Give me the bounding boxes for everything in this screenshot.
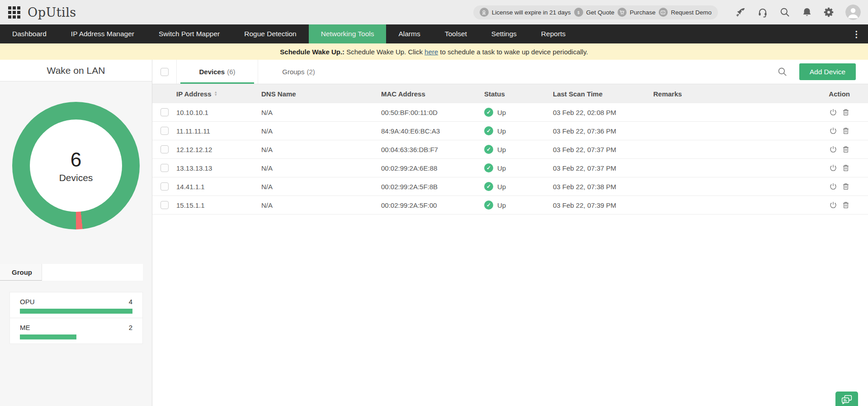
purchase-link[interactable]: Purchase — [630, 9, 656, 16]
nav-item-toolset[interactable]: Toolset — [433, 24, 479, 43]
column-header-last-scan-time: Last Scan Time — [553, 90, 653, 98]
group-bar-value: 4 — [129, 298, 132, 306]
get-quote-dollar-icon: $ — [574, 8, 583, 17]
group-bar-track — [20, 334, 132, 339]
column-header-ip-address[interactable]: IP Address ▲▼ — [176, 90, 261, 98]
device-table-row: 15.15.1.1 N/A 00:02:99:2A:5F:00 ✓Up 03 F… — [152, 196, 868, 215]
status-up-check-icon: ✓ — [484, 163, 493, 172]
row-checkbox[interactable] — [160, 145, 169, 153]
banner-here-link[interactable]: here — [425, 48, 438, 56]
wake-up-power-icon[interactable] — [829, 127, 837, 135]
cell-last-scan-time: 03 Feb 22, 02:08 PM — [553, 109, 653, 116]
donut-device-label: Devices — [59, 172, 93, 183]
group-bar-row: OPU 4 — [10, 292, 142, 318]
devices-main-panel: Devices (6) Groups (2) Add Device — [152, 60, 868, 406]
group-bar-value: 2 — [129, 324, 132, 331]
group-bar — [20, 309, 132, 314]
delete-trash-icon[interactable] — [841, 201, 850, 210]
banner-label: Schedule Wake Up.: — [280, 48, 344, 56]
cell-action — [809, 182, 868, 191]
add-device-button[interactable]: Add Device — [799, 63, 856, 80]
cell-action — [809, 164, 868, 172]
nav-item-alarms[interactable]: Alarms — [386, 24, 432, 43]
device-table-row: 12.12.12.12 N/A 00:04:63:36:DB:F7 ✓Up 03… — [152, 140, 868, 159]
page-title: Wake on LAN — [47, 65, 105, 76]
delete-trash-icon[interactable] — [841, 164, 850, 172]
group-bar-row: ME 2 — [10, 318, 142, 344]
wake-up-power-icon[interactable] — [829, 182, 837, 191]
toolbar-right: Add Device — [777, 60, 868, 84]
license-expiry-text: License will expire in 21 days — [492, 9, 571, 16]
banner-text-before: Schedule Wake Up. Click — [344, 48, 425, 56]
user-avatar[interactable] — [845, 5, 861, 20]
column-header-action: Action — [809, 90, 868, 98]
column-header-dns-name: DNS Name — [261, 90, 381, 98]
cell-mac-address: 00:02:99:2A:5F:00 — [381, 201, 484, 209]
request-demo-video-icon — [659, 8, 668, 17]
group-bar-label: OPU — [20, 298, 35, 306]
devices-toolbar: Devices (6) Groups (2) Add Device — [152, 60, 868, 84]
whats-new-rocket-icon[interactable] — [735, 6, 746, 18]
column-header-status: Status — [484, 90, 553, 98]
nav-item-ip-address-manager[interactable]: IP Address Manager — [59, 24, 146, 43]
table-search-icon[interactable] — [777, 66, 788, 78]
delete-trash-icon[interactable] — [841, 145, 850, 154]
wake-up-power-icon[interactable] — [829, 108, 837, 117]
row-checkbox[interactable] — [160, 182, 169, 191]
delete-trash-icon[interactable] — [841, 182, 850, 191]
settings-gear-icon[interactable] — [823, 6, 835, 18]
cell-mac-address: 84:9A:40:E6:BC:A3 — [381, 127, 484, 135]
nav-item-networking-tools[interactable]: Networking Tools — [309, 24, 387, 43]
app-launcher-grid-icon[interactable] — [8, 6, 20, 19]
nav-item-settings[interactable]: Settings — [479, 24, 529, 43]
cell-dns-name: N/A — [261, 183, 381, 191]
chat-bubbles-icon — [840, 393, 854, 406]
device-table-row: 14.41.1.1 N/A 00:02:99:2A:5F:8B ✓Up 03 F… — [152, 177, 868, 196]
notifications-bell-icon[interactable] — [801, 6, 813, 18]
tab-groups[interactable]: Groups (2) — [258, 60, 339, 84]
cell-action — [809, 108, 868, 117]
wake-up-power-icon[interactable] — [829, 201, 837, 210]
nav-overflow-kebab-icon[interactable]: ⋮ — [849, 24, 863, 43]
request-demo-link[interactable]: Request Demo — [671, 9, 712, 16]
oputils-app-window: OpUtils License will expire in 21 days $… — [0, 0, 868, 406]
schedule-wakeup-banner: Schedule Wake Up.: Schedule Wake Up. Cli… — [0, 43, 868, 60]
delete-trash-icon[interactable] — [841, 108, 850, 117]
purchase-cart-icon — [618, 8, 627, 17]
group-tab[interactable]: Group — [0, 264, 42, 281]
tab-devices[interactable]: Devices (6) — [176, 60, 258, 84]
cell-last-scan-time: 03 Feb 22, 07:38 PM — [553, 183, 653, 191]
cell-dns-name: N/A — [261, 146, 381, 153]
cell-dns-name: N/A — [261, 109, 381, 116]
cell-mac-address: 00:02:99:2A:6E:88 — [381, 164, 484, 172]
cell-status: ✓Up — [484, 108, 553, 117]
get-quote-link[interactable]: Get Quote — [586, 9, 614, 16]
nav-item-reports[interactable]: Reports — [529, 24, 578, 43]
device-table-row: 11.11.11.11 N/A 84:9A:40:E6:BC:A3 ✓Up 03… — [152, 122, 868, 140]
group-bar-label: ME — [20, 324, 30, 331]
group-bar-chart-card: OPU 4 ME 2 — [9, 292, 143, 344]
row-checkbox[interactable] — [160, 108, 169, 116]
device-table-row: 13.13.13.13 N/A 00:02:99:2A:6E:88 ✓Up 03… — [152, 159, 868, 177]
support-chat-widget-button[interactable] — [835, 392, 858, 406]
cell-action — [809, 145, 868, 154]
wake-up-power-icon[interactable] — [829, 164, 837, 172]
svg-text:$: $ — [577, 10, 580, 14]
group-bar-track — [20, 309, 132, 314]
delete-trash-icon[interactable] — [841, 127, 850, 135]
top-header-right: License will expire in 21 days $ Get Quo… — [473, 5, 861, 20]
select-all-checkbox[interactable] — [160, 68, 169, 76]
row-checkbox[interactable] — [160, 127, 169, 135]
banner-text-after: to schedule a task to wake up device per… — [438, 48, 588, 56]
nav-item-dashboard[interactable]: Dashboard — [0, 24, 59, 43]
global-search-icon[interactable] — [779, 6, 791, 18]
row-checkbox[interactable] — [160, 164, 169, 172]
wake-up-power-icon[interactable] — [829, 145, 837, 154]
devices-table-header: IP Address ▲▼ DNS Name MAC Address Statu… — [152, 84, 868, 103]
group-tab-row: Group — [0, 264, 143, 281]
row-checkbox[interactable] — [160, 201, 169, 209]
support-headset-icon[interactable] — [757, 6, 769, 18]
nav-item-switch-port-mapper[interactable]: Switch Port Mapper — [146, 24, 232, 43]
donut-center: 6 Devices — [30, 119, 122, 212]
nav-item-rogue-detection[interactable]: Rogue Detection — [232, 24, 308, 43]
